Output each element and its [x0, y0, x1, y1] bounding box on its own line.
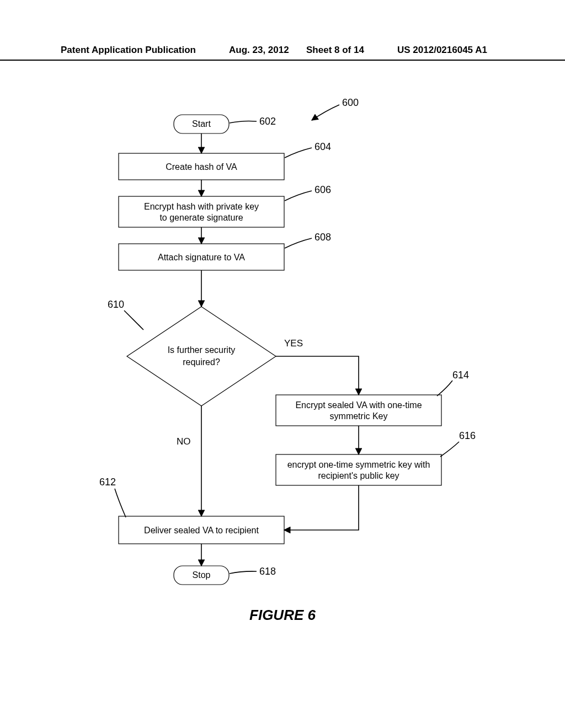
ref-600-text: 600	[342, 97, 359, 108]
header-sheet: Sheet 8 of 14	[306, 45, 364, 56]
ref-608-text: 608	[315, 232, 331, 243]
node-616-text-b: recipient's public key	[318, 471, 399, 480]
node-616-text-a: encrypt one-time symmetric key with	[287, 460, 430, 469]
node-614: Encrypt sealed VA with one-time symmetri…	[276, 370, 469, 426]
ref-612-text: 612	[99, 477, 116, 488]
node-606: Encrypt hash with private key to generat…	[119, 184, 331, 227]
node-610: Is further security required? 610	[108, 299, 276, 406]
label-no: NO	[177, 436, 191, 447]
header-pubno: US 2012/0216045 A1	[397, 45, 487, 56]
flowchart-figure-6: 600 Start 602 Create hash of VA 604 Encr…	[66, 98, 497, 617]
node-stop: Stop 618	[174, 566, 276, 585]
header-date: Aug. 23, 2012	[229, 45, 289, 56]
node-start-text: Start	[192, 119, 211, 129]
ref-604-text: 604	[315, 141, 331, 152]
ref-610-text: 610	[108, 299, 124, 310]
node-604-text: Create hash of VA	[166, 162, 237, 172]
svg-marker-4	[127, 307, 276, 406]
node-608: Attach signature to VA 608	[119, 232, 331, 270]
ref-616-text: 616	[459, 430, 476, 441]
node-606-text-b: to generate signature	[159, 213, 243, 222]
page-header: Patent Application Publication Aug. 23, …	[0, 43, 565, 61]
node-612-text: Deliver sealed VA to recipient	[144, 526, 259, 535]
ref-618-text: 618	[259, 566, 276, 577]
label-yes: YES	[284, 338, 303, 349]
header-pub: Patent Application Publication	[61, 45, 196, 56]
node-614-text-b: symmetric Key	[330, 411, 388, 421]
edge-610-614-yes: YES	[276, 338, 359, 395]
ref-602-text: 602	[259, 116, 276, 127]
ref-614-text: 614	[452, 370, 469, 381]
ref-606-text: 606	[315, 184, 331, 195]
node-604: Create hash of VA 604	[119, 141, 331, 180]
node-610-text-b: required?	[183, 357, 220, 367]
node-stop-text: Stop	[193, 570, 211, 580]
node-608-text: Attach signature to VA	[158, 253, 245, 262]
svg-rect-2	[119, 196, 284, 227]
node-start: Start 602	[174, 115, 276, 133]
svg-rect-7	[276, 454, 441, 485]
edge-616-612	[284, 485, 359, 530]
node-614-text-a: Encrypt sealed VA with one-time	[295, 400, 422, 410]
node-616: encrypt one-time symmetric key with reci…	[276, 430, 476, 485]
node-606-text-a: Encrypt hash with private key	[144, 202, 259, 211]
node-612: Deliver sealed VA to recipient 612	[99, 477, 284, 544]
ref-600: 600	[312, 97, 359, 120]
svg-rect-6	[276, 395, 441, 426]
node-610-text-a: Is further security	[168, 345, 236, 355]
figure-caption: FIGURE 6	[0, 607, 565, 624]
edge-610-612-no: NO	[177, 406, 201, 516]
